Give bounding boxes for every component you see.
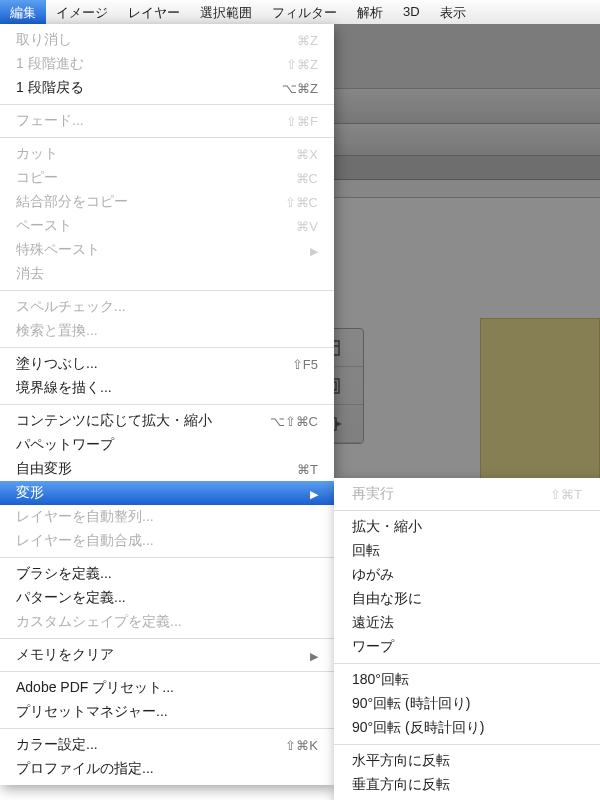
menu-item: ペースト⌘V: [0, 214, 334, 238]
menu-item[interactable]: 垂直方向に反転: [334, 773, 600, 797]
submenu-arrow-icon: ▶: [310, 245, 318, 257]
menubar-item[interactable]: 編集: [0, 0, 46, 24]
menu-item: スペルチェック...: [0, 295, 334, 319]
menu-item: 取り消し⌘Z: [0, 28, 334, 52]
menu-item[interactable]: プリセットマネジャー...: [0, 700, 334, 724]
menu-item: 結合部分をコピー⇧⌘C: [0, 190, 334, 214]
menu-item[interactable]: 回転: [334, 539, 600, 563]
menubar-item[interactable]: 選択範囲: [190, 0, 262, 24]
menu-item[interactable]: 自由変形⌘T: [0, 457, 334, 481]
menu-item: 消去: [0, 262, 334, 286]
menu-item[interactable]: ゆがみ: [334, 563, 600, 587]
menu-item[interactable]: 変形▶: [0, 481, 334, 505]
menubar-item[interactable]: レイヤー: [118, 0, 190, 24]
menu-item[interactable]: 自由な形に: [334, 587, 600, 611]
submenu-arrow-icon: ▶: [310, 488, 318, 500]
menubar-item[interactable]: フィルター: [262, 0, 347, 24]
menu-item[interactable]: メモリをクリア▶: [0, 643, 334, 667]
menu-item[interactable]: 1 段階戻る⌥⌘Z: [0, 76, 334, 100]
menu-item[interactable]: 境界線を描く...: [0, 376, 334, 400]
transform-submenu: 再実行⇧⌘T拡大・縮小回転ゆがみ自由な形に遠近法ワープ180°回転90°回転 (…: [334, 478, 600, 800]
menubar-item[interactable]: イメージ: [46, 0, 118, 24]
menu-item[interactable]: ワープ: [334, 635, 600, 659]
menubar-item[interactable]: 解析: [347, 0, 393, 24]
menu-item[interactable]: 90°回転 (時計回り): [334, 692, 600, 716]
menu-item[interactable]: 180°回転: [334, 668, 600, 692]
menu-item: カット⌘X: [0, 142, 334, 166]
menu-item[interactable]: 水平方向に反転: [334, 749, 600, 773]
menu-item[interactable]: パターンを定義...: [0, 586, 334, 610]
edit-menu: 取り消し⌘Z1 段階進む⇧⌘Z1 段階戻る⌥⌘Zフェード...⇧⌘Fカット⌘Xコ…: [0, 24, 334, 785]
submenu-arrow-icon: ▶: [310, 650, 318, 662]
menubar-item[interactable]: 3D: [393, 0, 430, 24]
menu-item: 1 段階進む⇧⌘Z: [0, 52, 334, 76]
menu-item[interactable]: パペットワープ: [0, 433, 334, 457]
menu-item[interactable]: コンテンツに応じて拡大・縮小⌥⇧⌘C: [0, 409, 334, 433]
menu-item: 特殊ペースト▶: [0, 238, 334, 262]
menu-item[interactable]: 塗りつぶし...⇧F5: [0, 352, 334, 376]
menu-item[interactable]: Adobe PDF プリセット...: [0, 676, 334, 700]
menu-item[interactable]: ブラシを定義...: [0, 562, 334, 586]
menu-item: レイヤーを自動整列...: [0, 505, 334, 529]
menu-item: コピー⌘C: [0, 166, 334, 190]
menu-item: 再実行⇧⌘T: [334, 482, 600, 506]
menu-item[interactable]: カラー設定...⇧⌘K: [0, 733, 334, 757]
menu-item: フェード...⇧⌘F: [0, 109, 334, 133]
menu-item: レイヤーを自動合成...: [0, 529, 334, 553]
menu-item: 検索と置換...: [0, 319, 334, 343]
menu-item[interactable]: 拡大・縮小: [334, 515, 600, 539]
menubar-item[interactable]: 表示: [430, 0, 476, 24]
menu-item[interactable]: プロファイルの指定...: [0, 757, 334, 781]
menu-item[interactable]: 90°回転 (反時計回り): [334, 716, 600, 740]
menu-item[interactable]: 遠近法: [334, 611, 600, 635]
menubar: 編集イメージレイヤー選択範囲フィルター解析3D表示: [0, 0, 600, 24]
menu-item: カスタムシェイプを定義...: [0, 610, 334, 634]
